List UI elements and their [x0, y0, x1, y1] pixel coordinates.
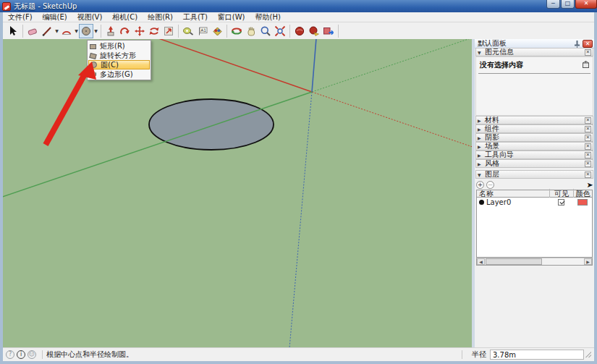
layers-close-icon[interactable]: ✕ [585, 172, 591, 178]
paint-bucket-icon [213, 27, 221, 35]
collapse-arrow-icon: ▶ [478, 153, 483, 158]
select-tool-button[interactable] [6, 24, 20, 38]
menu-view[interactable]: 视图(V) [72, 12, 108, 22]
drawn-circle[interactable] [149, 99, 274, 150]
materials-close-icon[interactable]: ✕ [585, 117, 591, 124]
layer-color-swatch[interactable] [577, 199, 588, 206]
tray-close-button[interactable]: ✕ [583, 40, 593, 48]
eraser-tool-button[interactable] [25, 24, 40, 38]
measurement-input[interactable]: 3.78m [490, 350, 584, 360]
scroll-left-icon[interactable]: ◀ [477, 258, 485, 265]
menu-file[interactable]: 文件(F) [3, 12, 38, 22]
window-title: 无标题 - SketchUp [14, 1, 77, 12]
styles-close-icon[interactable]: ✕ [585, 161, 591, 167]
polygon-icon [90, 71, 96, 77]
rotate-tool-button[interactable] [147, 24, 161, 38]
green-axis-dotted [312, 39, 472, 92]
geolocation-icon[interactable]: ? [6, 350, 14, 359]
default-tray-panel: 默认面板 ✕ ▼ 图元信息 ✕ 没有选择内容 ▶ 材料 ✕ ▶ 组件 ✕ ▶ [475, 39, 594, 347]
menu-edit[interactable]: 编辑(E) [38, 12, 72, 22]
close-button[interactable]: ✕ [575, 0, 597, 9]
zoom-icon [261, 27, 268, 33]
status-bar: ? i ☺ 根据中心点和半径绘制圆。 半径 3.78m [3, 347, 594, 361]
status-hint: 根据中心点和半径绘制圆。 [46, 350, 133, 360]
push-pull-icon [108, 32, 114, 35]
paint-bucket-tool-button[interactable] [210, 24, 224, 38]
menu-tools[interactable]: 工具(T) [178, 12, 213, 22]
minimize-button[interactable]: ─ [546, 0, 560, 9]
resize-grip[interactable] [585, 352, 591, 357]
scroll-right-icon[interactable]: ▶ [584, 258, 592, 265]
share-model-button[interactable] [307, 24, 321, 38]
panel-section-styles[interactable]: ▶ 风格 ✕ [475, 159, 593, 168]
pencil-icon [43, 27, 51, 35]
layers-horizontal-scrollbar[interactable]: ◀ ▶ [476, 258, 593, 266]
entity-info-close-icon[interactable]: ✕ [585, 49, 591, 56]
zoom-extents-icon [276, 26, 285, 35]
shadows-close-icon[interactable]: ✕ [585, 135, 591, 141]
warehouse-button[interactable] [292, 24, 307, 38]
circle-tool-button[interactable] [79, 24, 93, 38]
remove-layer-button[interactable]: − [486, 181, 494, 189]
current-layer-indicator [479, 200, 484, 205]
arc-icon [63, 31, 71, 34]
scrollbar-thumb[interactable] [486, 258, 542, 265]
layer-row[interactable]: Layer0 [477, 198, 592, 206]
layer-name[interactable]: Layer0 [486, 198, 549, 206]
move-tool-button[interactable] [132, 24, 147, 38]
arc-dropdown-caret[interactable]: ▼ [74, 28, 79, 33]
circle-menu-icon [90, 62, 97, 68]
collapse-arrow-icon: ▶ [478, 135, 483, 140]
orbit-tool-button[interactable] [229, 24, 244, 38]
menu-item-rectangle[interactable]: 矩形(R) [88, 41, 150, 51]
follow-me-tool-button[interactable] [118, 24, 132, 38]
menu-help[interactable]: 帮助(H) [250, 12, 286, 22]
layer-visible-checkbox[interactable] [558, 199, 564, 206]
pan-tool-button[interactable] [244, 24, 258, 38]
menu-item-polygon[interactable]: 多边形(G) [88, 69, 150, 79]
components-close-icon[interactable]: ✕ [585, 126, 591, 132]
drawing-viewport[interactable] [3, 39, 472, 347]
zoom-tool-button[interactable] [258, 24, 273, 38]
text-tool-button[interactable]: A1 [195, 24, 210, 38]
line-tool-button[interactable]: ▼ [40, 24, 59, 38]
pan-hand-icon [248, 30, 255, 35]
scenes-close-icon[interactable]: ✕ [585, 143, 591, 150]
svg-text:A1: A1 [200, 27, 206, 33]
menu-item-rotated-rectangle[interactable]: 旋转长方形 [88, 51, 150, 60]
user-icon[interactable]: ☺ [27, 350, 36, 359]
collapse-arrow-icon: ▶ [478, 127, 483, 132]
zoom-extents-tool-button[interactable] [273, 24, 287, 38]
collapse-arrow-icon: ▶ [478, 118, 483, 123]
push-pull-tool-button[interactable] [103, 24, 118, 38]
sketchup-window: 无标题 - SketchUp ─ □ ✕ 文件(F) 编辑(E) 视图(V) 相… [0, 0, 597, 364]
circle-dropdown-caret[interactable]: ▼ [93, 28, 98, 33]
panel-section-layers[interactable]: ▼ 图层 ✕ [475, 170, 593, 179]
instructor-close-icon[interactable]: ✕ [585, 152, 591, 158]
maximize-button[interactable]: □ [561, 0, 575, 9]
info-icon[interactable]: i [17, 350, 25, 359]
tape-measure-tool-button[interactable] [181, 24, 195, 38]
menu-item-circle[interactable]: 圆(C) [88, 60, 150, 69]
layers-detail-arrow-icon[interactable]: ➤ [586, 181, 593, 189]
offset-tool-button[interactable] [161, 24, 176, 38]
move-icon [135, 26, 145, 36]
arc-tool-button[interactable]: ▼ [59, 24, 79, 38]
rectangle-icon [90, 44, 96, 49]
entity-info-header[interactable]: ▼ 图元信息 ✕ [475, 48, 593, 56]
menu-window[interactable]: 窗口(W) [213, 12, 250, 22]
add-layer-button[interactable]: + [476, 181, 484, 189]
menu-camera[interactable]: 相机(C) [107, 12, 143, 22]
line-dropdown-caret[interactable]: ▼ [54, 28, 59, 33]
sketchup-logo-icon [2, 2, 11, 11]
red-axis [158, 39, 312, 92]
entity-info-body: 没有选择内容 [475, 56, 593, 116]
export-button[interactable] [321, 24, 336, 38]
entity-toggle-icon[interactable] [582, 60, 590, 69]
toolbar: ▼ ▼ ▼ A1 [3, 22, 594, 39]
pin-icon[interactable] [574, 40, 580, 48]
blue-axis [312, 39, 316, 92]
menu-draw[interactable]: 绘图(R) [143, 12, 178, 22]
rotated-rectangle-icon [89, 53, 96, 59]
red-axis-dotted [312, 92, 472, 147]
